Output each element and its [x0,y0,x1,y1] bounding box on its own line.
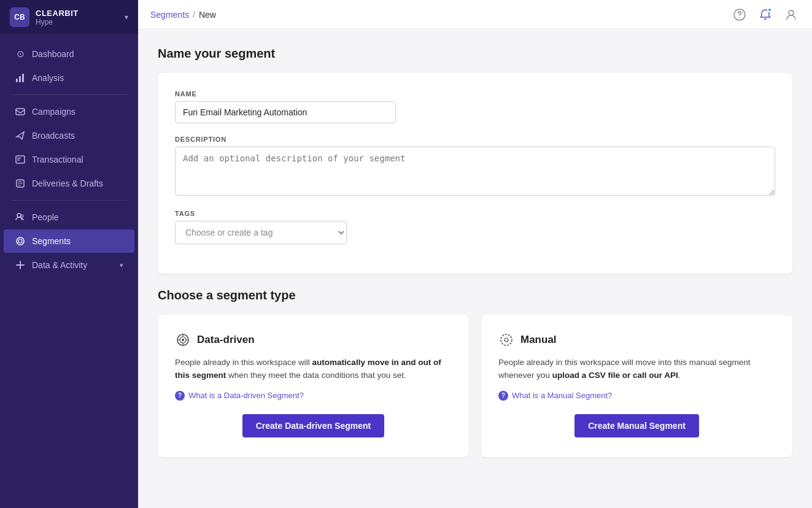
sidebar-nav: ⊙ Dashboard Analysis Campaigns Broadcast… [0,34,138,508]
manual-icon [498,332,514,348]
svg-point-18 [501,334,512,345]
segment-types-container: Data-driven People already in this works… [158,315,792,457]
main-content: Segments / New Name your segment NAME [138,0,812,508]
sidebar-item-label: Analysis [32,73,64,83]
description-label: DESCRIPTION [175,136,775,143]
create-data-driven-button[interactable]: Create Data-driven Segment [242,414,385,437]
topbar: Segments / New [138,0,812,29]
svg-point-8 [17,214,21,217]
sidebar-item-dashboard[interactable]: ⊙ Dashboard [4,42,134,66]
sidebar-item-analysis[interactable]: Analysis [4,66,134,90]
svg-point-11 [18,239,22,243]
manual-title: Manual [520,334,557,346]
sidebar: CB CLEARBIT Hype ▾ ⊙ Dashboard Analysis … [0,0,138,508]
name-card: NAME DESCRIPTION TAGS Choose or create a… [158,73,792,274]
svg-rect-6 [17,160,20,161]
breadcrumb-separator: / [193,10,195,20]
data-driven-title: Data-driven [197,334,255,346]
svg-point-17 [182,339,184,341]
svg-point-9 [21,215,23,217]
campaigns-icon [15,106,26,117]
help-icon: ? [175,391,185,401]
data-driven-card: Data-driven People already in this works… [158,315,469,457]
sidebar-chevron-icon: ▾ [125,13,128,21]
sidebar-item-deliveries[interactable]: Deliveries & Drafts [4,172,134,195]
manual-help-text: What is a Manual Segment? [512,391,612,400]
brand-logo: CB [10,7,29,27]
sidebar-item-people[interactable]: People [4,206,134,229]
sidebar-item-broadcasts[interactable]: Broadcasts [4,124,134,147]
sidebar-item-data-activity[interactable]: Data & Activity ▾ [4,253,134,277]
manual-header: Manual [498,332,775,348]
help-icon-manual: ? [498,391,508,401]
notification-dot [767,7,772,12]
svg-rect-2 [22,74,24,82]
sidebar-item-label: Dashboard [32,49,74,59]
name-input[interactable] [175,101,396,123]
sidebar-item-label: Segments [32,236,71,246]
tags-form-group: TAGS Choose or create a tag [175,210,775,244]
sidebar-item-label: Data & Activity [32,260,87,270]
data-activity-icon [15,260,26,271]
expand-icon: ▾ [120,261,123,269]
svg-rect-4 [16,156,25,163]
svg-point-10 [17,237,24,245]
svg-rect-1 [19,76,21,82]
breadcrumb: Segments / New [150,10,726,20]
transactional-icon [15,154,26,165]
breadcrumb-parent[interactable]: Segments [150,10,189,20]
brand-info: CLEARBIT Hype [36,9,118,26]
sidebar-item-label: Broadcasts [32,131,75,140]
name-label: NAME [175,90,775,98]
sidebar-item-label: People [32,212,59,222]
name-form-group: NAME [175,90,775,123]
sidebar-item-label: Transactional [32,155,83,164]
sidebar-item-label: Campaigns [32,107,75,117]
svg-rect-0 [16,79,18,82]
name-section-title: Name your segment [158,47,792,61]
svg-point-19 [505,338,508,342]
data-driven-help-link[interactable]: ? What is a Data-driven Segment? [175,391,452,401]
analysis-icon [15,72,26,83]
manual-help-link[interactable]: ? What is a Manual Segment? [498,391,775,401]
sidebar-header[interactable]: CB CLEARBIT Hype ▾ [0,0,138,34]
brand-sub: Hype [36,18,118,26]
tags-label: TAGS [175,210,775,217]
sidebar-item-transactional[interactable]: Transactional [4,148,134,171]
dashboard-icon: ⊙ [15,48,26,60]
brand-name: CLEARBIT [36,9,118,18]
sidebar-item-label: Deliveries & Drafts [32,179,103,188]
help-button[interactable] [731,6,748,23]
svg-point-13 [739,17,740,18]
user-avatar[interactable] [783,6,800,23]
description-form-group: DESCRIPTION [175,136,775,198]
topbar-icons [731,6,800,23]
svg-rect-5 [17,158,21,159]
create-manual-button[interactable]: Create Manual Segment [574,414,699,437]
notifications-button[interactable] [757,6,774,23]
segments-icon [15,236,26,247]
svg-rect-3 [16,109,25,115]
breadcrumb-current: New [199,10,216,20]
sidebar-item-segments[interactable]: Segments [4,229,134,253]
manual-card: Manual People already in this workspace … [481,315,792,457]
data-driven-header: Data-driven [175,332,452,348]
sidebar-item-campaigns[interactable]: Campaigns [4,100,134,123]
description-textarea[interactable] [175,147,775,196]
data-driven-help-text: What is a Data-driven Segment? [188,391,304,400]
segment-type-title: Choose a segment type [158,288,792,302]
data-driven-desc: People already in this workspace will au… [175,356,452,382]
nav-divider-2 [11,200,127,201]
page-content: Name your segment NAME DESCRIPTION TAGS … [138,29,812,508]
nav-divider [11,94,127,95]
deliveries-icon [15,178,26,189]
svg-point-14 [789,10,794,15]
data-driven-icon [175,332,191,348]
people-icon [15,212,26,223]
manual-desc: People already in this workspace will mo… [498,356,775,382]
broadcasts-icon [15,130,26,141]
tags-select[interactable]: Choose or create a tag [175,221,347,244]
